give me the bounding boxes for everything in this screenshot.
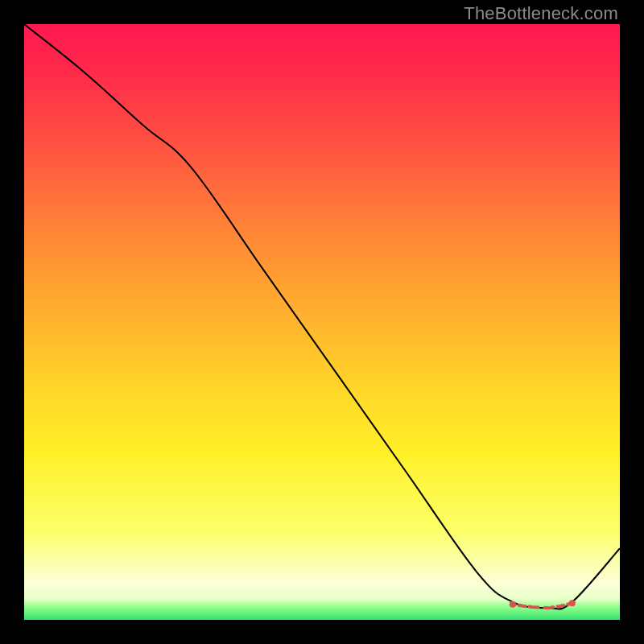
chart-svg (24, 24, 620, 620)
watermark-text: TheBottleneck.com (464, 3, 618, 24)
plot-area (24, 24, 620, 620)
chart-frame: TheBottleneck.com (0, 0, 644, 644)
optimum-endpoint (569, 600, 576, 606)
bottleneck-curve (24, 24, 620, 609)
optimum-endpoint (510, 601, 516, 608)
